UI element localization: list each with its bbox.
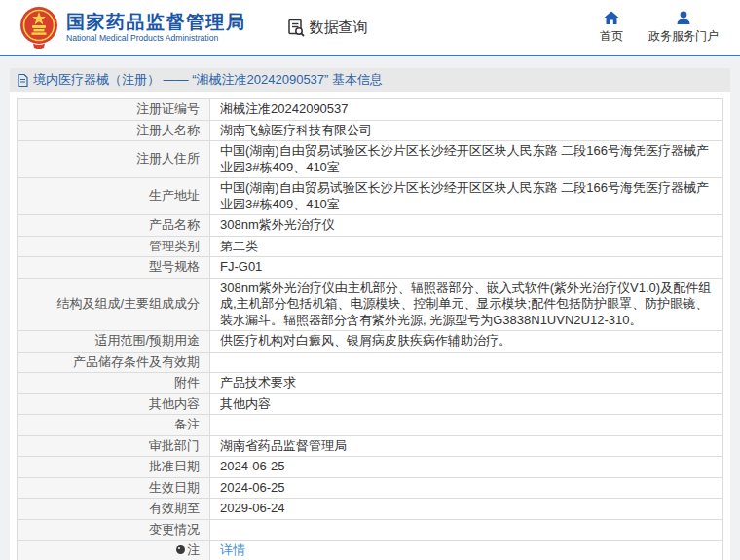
header-nav: 首页 政务服务门户 xyxy=(600,10,719,45)
table-row: 审批部门 湖南省药品监督管理局 xyxy=(18,435,723,457)
row-label: 产品储存条件及有效期 xyxy=(18,352,210,373)
nav-home-label: 首页 xyxy=(600,28,623,45)
table-row: 注册人住所 中国(湖南)自由贸易试验区长沙片区长沙经开区区块人民东路 二段166… xyxy=(18,141,723,178)
row-value: 产品技术要求 xyxy=(210,373,723,394)
row-label: 注 xyxy=(18,541,210,560)
page-title: 境内医疗器械（注册） —— “湘械注准20242090537” 基本信息 xyxy=(33,68,383,92)
table-row: 型号规格 FJ-G01 xyxy=(18,257,723,279)
row-label: 注册证编号 xyxy=(18,99,210,121)
row-label: 生产地址 xyxy=(18,178,210,215)
page-body: 境内医疗器械（注册） —— “湘械注准20242090537” 基本信息 注册证… xyxy=(0,56,740,560)
row-value: 2029-06-24 xyxy=(210,499,723,520)
table-row: 生效日期 2024-06-25 xyxy=(18,477,723,499)
row-value: 湘械注准20242090537 xyxy=(210,99,723,121)
nav-portal-label: 政务服务门户 xyxy=(648,28,719,45)
row-label: 注册人名称 xyxy=(18,120,210,141)
row-label: 型号规格 xyxy=(18,257,210,279)
row-label: 审批部门 xyxy=(18,435,210,457)
nav-home[interactable]: 首页 xyxy=(600,10,623,45)
row-value xyxy=(210,352,723,373)
row-label: 有效期至 xyxy=(18,499,210,520)
row-value: FJ-G01 xyxy=(210,257,723,279)
table-row: 批准日期 2024-06-25 xyxy=(18,457,723,478)
row-value xyxy=(210,519,723,541)
row-label: 其他内容 xyxy=(18,393,210,415)
row-value: 第二类 xyxy=(210,236,723,257)
row-value: 其他内容 xyxy=(210,393,723,415)
row-label: 生效日期 xyxy=(18,477,210,499)
table-row: 结构及组成/主要组成成分 308nm紫外光治疗仪由主机部分、辐照器部分、嵌入式软… xyxy=(18,278,723,331)
table-row: 产品储存条件及有效期 xyxy=(18,352,723,373)
row-value: 2024-06-25 xyxy=(210,457,723,478)
row-label: 批准日期 xyxy=(18,457,210,478)
note-icon xyxy=(176,545,185,554)
note-details-link[interactable]: 详情 xyxy=(220,542,245,557)
row-value: 308nm紫外光治疗仪由主机部分、辐照器部分、嵌入式软件(紫外光治疗仪V1.0)… xyxy=(210,278,723,331)
table-row: 附件 产品技术要求 xyxy=(18,373,723,394)
page-title-bar: 境内医疗器械（注册） —— “湘械注准20242090537” 基本信息 xyxy=(10,68,730,92)
row-label: 变更情况 xyxy=(18,519,210,541)
data-query-label: 数据查询 xyxy=(310,19,368,37)
table-row: 有效期至 2029-06-24 xyxy=(18,499,723,520)
row-value: 湖南省药品监督管理局 xyxy=(210,435,723,457)
site-logo[interactable]: 国家药品监督管理局 National Medical Products Admi… xyxy=(19,6,246,49)
data-query-menu[interactable]: 数据查询 xyxy=(287,19,368,37)
row-label: 适用范围/预期用途 xyxy=(18,331,210,353)
table-row: 管理类别 第二类 xyxy=(18,236,723,257)
table-row: 生产地址 中国(湖南)自由贸易试验区长沙片区长沙经开区区块人民东路 二段166号… xyxy=(18,178,723,215)
table-row-note: 注 详情 xyxy=(18,541,723,560)
row-label: 产品名称 xyxy=(18,215,210,237)
person-icon xyxy=(676,10,691,25)
row-value: 湖南飞鲸医疗科技有限公司 xyxy=(210,120,723,141)
registration-info-table: 注册证编号 湘械注准20242090537 注册人名称 湖南飞鲸医疗科技有限公司… xyxy=(17,98,723,560)
row-value: 详情 xyxy=(210,541,723,560)
table-row: 产品名称 308nm紫外光治疗仪 xyxy=(18,215,723,237)
table-row: 备注 xyxy=(18,415,723,436)
table-row: 变更情况 xyxy=(18,519,723,541)
row-label: 管理类别 xyxy=(18,236,210,257)
table-row: 注册证编号 湘械注准20242090537 xyxy=(18,99,723,121)
row-label: 备注 xyxy=(18,415,210,436)
table-row: 注册人名称 湖南飞鲸医疗科技有限公司 xyxy=(18,120,723,141)
row-label: 结构及组成/主要组成成分 xyxy=(18,278,210,331)
row-value xyxy=(210,415,723,436)
document-icon xyxy=(18,74,28,87)
table-row: 适用范围/预期用途 供医疗机构对白癜风、银屑病皮肤疾病作辅助治疗。 xyxy=(18,331,723,353)
site-header: 国家药品监督管理局 National Medical Products Admi… xyxy=(0,0,740,56)
site-title: 国家药品监督管理局 xyxy=(66,12,246,33)
row-label: 附件 xyxy=(18,373,210,394)
row-value: 中国(湖南)自由贸易试验区长沙片区长沙经开区区块人民东路 二段166号海凭医疗器… xyxy=(210,141,723,178)
national-emblem-icon xyxy=(19,6,58,49)
note-label: 注 xyxy=(187,542,200,557)
row-value: 308nm紫外光治疗仪 xyxy=(210,215,723,237)
row-value: 2024-06-25 xyxy=(210,477,723,499)
row-value: 供医疗机构对白癜风、银屑病皮肤疾病作辅助治疗。 xyxy=(210,331,723,353)
table-row: 其他内容 其他内容 xyxy=(18,393,723,415)
row-label: 注册人住所 xyxy=(18,141,210,178)
site-subtitle: National Medical Products Administration xyxy=(66,33,246,44)
row-value: 中国(湖南)自由贸易试验区长沙片区长沙经开区区块人民东路 二段166号海凭医疗器… xyxy=(210,178,723,215)
nav-portal[interactable]: 政务服务门户 xyxy=(648,10,719,45)
data-query-icon xyxy=(287,19,306,37)
home-icon xyxy=(604,10,619,25)
content-panel: 境内医疗器械（注册） —— “湘械注准20242090537” 基本信息 注册证… xyxy=(10,68,730,560)
